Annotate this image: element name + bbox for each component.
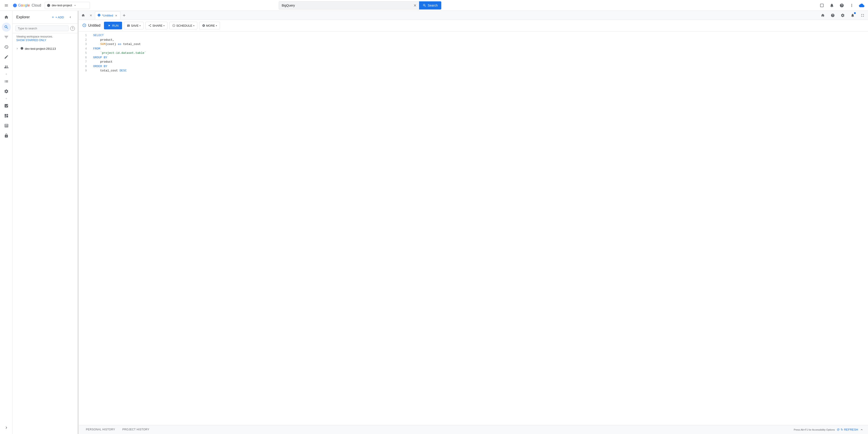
add-button[interactable]: + ADD	[50, 14, 66, 20]
explorer-panel: Explorer + ADD ?	[13, 11, 78, 434]
sidebar-icon-table[interactable]	[2, 121, 11, 130]
code-line-7: 7 product	[79, 60, 868, 64]
schedule-button[interactable]: SCHEDULE ▾	[169, 22, 197, 29]
project-label: dev-test-project-291113	[25, 47, 62, 51]
code-line-8: 8 ORDER BY	[79, 64, 868, 69]
add-label: + ADD	[55, 16, 64, 19]
sidebar-dot-separator-1	[2, 72, 11, 76]
workspace-text: Viewing workspace resources.	[16, 35, 53, 38]
tab-right-notif-icon[interactable]	[848, 11, 857, 20]
share-button[interactable]: SHARE ▾	[145, 22, 167, 29]
sidebar-icon-lock[interactable]	[2, 131, 11, 140]
explorer-header: Explorer + ADD	[13, 11, 78, 24]
sidebar-icon-settings[interactable]	[2, 87, 11, 96]
explorer-actions: + ADD	[50, 13, 74, 21]
sidebar-icon-compose[interactable]	[2, 53, 11, 61]
run-label: RUN	[112, 24, 119, 27]
explorer-search-input[interactable]	[16, 26, 68, 31]
project-history-tab[interactable]: PROJECT HISTORY	[119, 426, 153, 433]
project-icon	[20, 47, 24, 51]
personal-history-tab[interactable]: PERSONAL HISTORY	[82, 426, 119, 433]
tab-right-expand-icon[interactable]	[858, 11, 867, 20]
more-button[interactable]: MORE ▾	[199, 22, 220, 29]
cloud-icon[interactable]	[857, 1, 866, 10]
search-button[interactable]: Search	[419, 1, 441, 9]
nav-right-icons	[817, 1, 866, 10]
share-chevron: ▾	[163, 24, 164, 27]
add-tab-button[interactable]	[121, 12, 127, 19]
tab-right-settings-icon[interactable]	[838, 11, 847, 20]
sidebar-icon-people[interactable]	[2, 62, 11, 71]
tab-right-help-icon[interactable]	[828, 11, 837, 20]
help-icon[interactable]	[837, 1, 846, 10]
save-chevron: ▾	[140, 24, 141, 27]
code-line-6: 6 GROUP BY	[79, 55, 868, 60]
project-selector[interactable]: dev-test-project	[45, 2, 90, 9]
sidebar-icon-analytics[interactable]	[2, 101, 11, 110]
code-line-2: 2 product,	[79, 38, 868, 42]
tab-home-button[interactable]	[80, 12, 87, 19]
run-button[interactable]: RUN	[104, 22, 122, 29]
editor-query-icon	[82, 23, 86, 28]
explorer-title: Explorer	[16, 15, 30, 19]
tab-query-icon	[97, 13, 101, 18]
refresh-button[interactable]: ↻ REFRESH	[837, 428, 858, 431]
search-label: Search	[428, 4, 438, 7]
save-button[interactable]: SAVE ▾	[124, 22, 144, 29]
code-line-5: 5 `project-id.dataset.table`	[79, 51, 868, 55]
bottom-bar: PERSONAL HISTORY PROJECT HISTORY Press A…	[79, 425, 868, 434]
schedule-label: SCHEDULE	[176, 24, 192, 27]
editor-toolbar: Untitled RUN SAVE ▾ SHARE ▾	[79, 20, 868, 31]
project-tree: dev-test-project-291113	[13, 43, 78, 434]
code-line-4: 4 FROM	[79, 46, 868, 51]
notif-badge	[854, 12, 856, 14]
top-navbar: Google Cloud dev-test-project Search	[0, 0, 868, 11]
tab-label: *Untitled	[102, 14, 113, 17]
sidebar-dot-separator-2	[2, 97, 11, 100]
sidebar-icon-expand[interactable]	[2, 423, 11, 432]
tab-untitled[interactable]: *Untitled	[95, 11, 121, 20]
search-help-icon[interactable]: ?	[70, 26, 75, 31]
explorer-search-box: ?	[13, 24, 78, 33]
tab-close-button[interactable]	[114, 14, 118, 18]
close-home-button[interactable]	[87, 12, 94, 19]
main-content: *Untitled	[79, 11, 868, 434]
sidebar-icon-list[interactable]	[2, 77, 11, 86]
query-title: Untitled	[88, 24, 100, 28]
share-label: SHARE	[152, 24, 162, 27]
menu-icon[interactable]	[2, 1, 11, 10]
more-label: MORE	[206, 24, 215, 27]
open-in-new-icon[interactable]	[817, 1, 827, 10]
tree-item-project[interactable]: dev-test-project-291113	[13, 44, 78, 53]
code-editor[interactable]: 1 SELECT 2 product, 3 SUM(cost) as total…	[79, 31, 868, 425]
code-line-3: 3 SUM(cost) as total_cost	[79, 42, 868, 46]
tab-bar-right-icons	[818, 11, 867, 20]
search-input[interactable]	[279, 4, 411, 7]
code-line-1: 1 SELECT	[79, 33, 868, 38]
sidebar-icon-history[interactable]	[2, 42, 11, 52]
tab-right-home-icon[interactable]	[818, 11, 827, 20]
project-name: dev-test-project	[52, 4, 72, 7]
more-chevron: ▾	[216, 24, 217, 27]
tab-bar: *Untitled	[79, 11, 868, 20]
search-clear-button[interactable]	[411, 1, 419, 9]
save-label: SAVE	[131, 24, 138, 27]
schedule-chevron: ▾	[193, 24, 194, 27]
more-project-button[interactable]	[69, 46, 75, 51]
tree-expand-icon[interactable]	[16, 47, 19, 51]
more-options-icon[interactable]	[847, 1, 856, 10]
sidebar-icon-dashboard[interactable]	[2, 111, 11, 120]
code-line-9: 9 total_cost DESC	[79, 68, 868, 73]
refresh-label: ↻ REFRESH	[841, 428, 858, 431]
sidebar-icon-filter[interactable]	[2, 33, 11, 41]
notifications-icon[interactable]	[827, 1, 836, 10]
sidebar-icons	[0, 11, 13, 434]
google-cloud-logo: Google Cloud	[13, 3, 41, 8]
show-starred-link[interactable]: SHOW STARRED ONLY	[16, 39, 74, 42]
collapse-bottom-button[interactable]	[859, 427, 864, 432]
collapse-panel-button[interactable]	[67, 13, 74, 21]
search-bar: Search	[279, 1, 441, 9]
sidebar-icon-home[interactable]	[2, 13, 11, 22]
sidebar-icon-search[interactable]	[2, 23, 11, 32]
star-project-button[interactable]	[64, 46, 69, 51]
